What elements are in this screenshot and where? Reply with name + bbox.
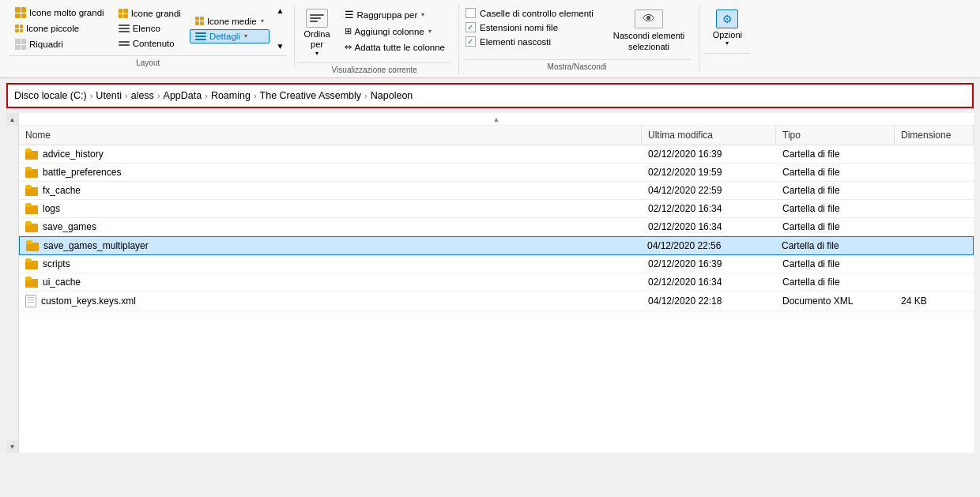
breadcrumb: Disco locale (C:) › Utenti › aless › App… [6,83,974,108]
file-table-header: Nome Ultima modifica Tipo Dimensione [19,126,974,145]
breadcrumb-item-4[interactable]: Roaming [211,90,251,101]
header-modified[interactable]: Ultima modifica [642,126,776,145]
show-hide-group-label: Mostra/Nascondi [462,59,692,71]
icone-grandi-button[interactable]: Icone grandi [113,6,187,21]
file-modified: 04/12/2020 22:59 [642,182,776,199]
layout-expand-up[interactable]: ▲ [274,5,287,17]
file-name: scripts [43,258,70,269]
breadcrumb-item-6[interactable]: Napoleon [371,90,413,101]
table-row[interactable]: battle_preferences02/12/2020 19:59Cartel… [19,164,974,182]
file-size [895,224,974,230]
estensioni-checkbox-item[interactable]: Estensioni nomi file [462,21,597,34]
folder-icon [25,167,38,178]
file-modified: 02/12/2020 16:39 [642,145,776,163]
breadcrumb-item-3[interactable]: AppData [164,90,202,101]
file-name: save_games_multiplayer [43,240,149,251]
header-dimensione[interactable]: Dimensione [895,126,974,145]
nascondi-button[interactable]: 👁 Nascondi elementiselezionati [606,6,692,56]
folder-icon [25,258,38,269]
file-size [895,205,974,212]
icone-piccole-button[interactable]: Icone piccole [9,21,110,36]
file-type: Cartella di file [776,273,895,291]
file-size: 24 KB [895,292,974,310]
elenco-button[interactable]: Elenco [113,21,187,36]
ribbon-group-layout: Icone molto grandi Icone piccole Riquadr… [6,5,295,67]
contenuto-button[interactable]: Contenuto [113,36,187,51]
raggruppa-per-label: Raggruppa per [357,10,418,20]
nascondi-icon: 👁 [635,9,663,28]
breadcrumb-sep-5: › [364,91,368,100]
file-name: logs [43,203,60,214]
caselle-checkbox[interactable] [466,8,476,18]
breadcrumb-item-2[interactable]: aless [131,90,154,101]
icone-medie-label: Icone medie [207,17,257,26]
table-row[interactable]: advice_history02/12/2020 16:39Cartella d… [19,145,974,164]
riquadri-button[interactable]: Riquadri [9,36,110,52]
file-name: battle_preferences [43,167,121,178]
ribbon-group-options: ⚙ Opzioni ▾ . [700,5,759,65]
file-name: custom_keys.keys.xml [41,296,136,307]
folder-icon [25,221,38,232]
header-nome[interactable]: Nome [19,126,642,145]
ordina-per-button[interactable]: Ordinaper ▾ [298,6,335,59]
breadcrumb-item-1[interactable]: Utenti [96,90,122,101]
dettagli-button[interactable]: Dettagli ▾ [190,29,270,43]
opzioni-label: Opzioni [713,30,742,40]
breadcrumb-sep-3: › [205,91,208,100]
folder-icon [25,149,38,160]
icone-molto-grandi-label: Icone molto grandi [29,8,104,17]
estensioni-checkbox[interactable] [466,22,476,32]
opzioni-chevron: ▾ [726,40,729,47]
ribbon-group-view: Ordinaper ▾ ☰ Raggruppa per ▾ ⊞ [295,5,458,74]
raggruppa-chevron: ▾ [421,11,424,18]
breadcrumb-sep-1: › [125,91,128,100]
scroll-down-arrow[interactable]: ▼ [6,440,18,453]
caselle-checkbox-item[interactable]: Caselle di controllo elementi [462,6,597,20]
opzioni-button[interactable]: ⚙ Opzioni ▾ [703,6,751,50]
layout-expand-down[interactable]: ▼ [274,40,287,52]
sort-arrow-top: ▲ [493,115,500,123]
elementi-nascosti-checkbox-item[interactable]: Elementi nascosti [462,35,597,48]
folder-icon [25,277,38,288]
file-type: Cartella di file [776,200,895,217]
breadcrumb-item-0[interactable]: Disco locale (C:) [14,90,87,101]
table-row[interactable]: custom_keys.keys.xml04/12/2020 22:18Docu… [19,292,974,311]
aggiungi-colonne-button[interactable]: ⊞ Aggiungi colonne ▾ [339,24,450,39]
file-type: Cartella di file [776,145,895,163]
nascondi-label: Nascondi elementiselezionati [613,30,685,53]
file-area: ▲ ▼ ▲ Nome Ultima modifica Tipo Dimensio… [6,113,974,453]
opzioni-icon: ⚙ [716,9,738,28]
options-group-spacer: . [703,53,751,65]
dettagli-label: Dettagli [209,32,240,41]
table-row[interactable]: ui_cache02/12/2020 16:34Cartella di file [19,273,974,292]
file-size [895,261,974,267]
riquadri-label: Riquadri [29,40,63,49]
ordina-per-chevron: ▾ [315,50,318,57]
table-row[interactable]: fx_cache04/12/2020 22:59Cartella di file [19,182,974,200]
aggiungi-colonne-chevron: ▾ [428,28,432,35]
file-type: Documento XML [776,292,895,310]
scroll-gutter: ▲ ▼ [6,113,19,453]
file-name: ui_cache [43,277,81,288]
breadcrumb-item-5[interactable]: The Creative Assembly [260,90,362,101]
folder-icon [26,240,39,251]
scroll-up-arrow[interactable]: ▲ [6,113,18,126]
adatta-colonne-button[interactable]: ⇔ Adatta tutte le colonne [339,40,450,55]
header-tipo[interactable]: Tipo [776,126,895,145]
file-modified: 02/12/2020 16:39 [642,255,776,273]
elementi-nascosti-label: Elementi nascosti [480,37,551,47]
file-type: Cartella di file [776,182,895,199]
ribbon-group-show-hide: Caselle di controllo elementi Estensioni… [459,5,700,71]
contenuto-label: Contenuto [133,39,175,48]
table-row[interactable]: logs02/12/2020 16:34Cartella di file [19,200,974,218]
raggruppa-per-button[interactable]: ☰ Raggruppa per ▾ [339,6,450,23]
icone-molto-grandi-button[interactable]: Icone molto grandi [9,5,110,21]
aggiungi-colonne-label: Aggiungi colonne [355,27,424,36]
file-type: Cartella di file [775,237,894,254]
table-row[interactable]: scripts02/12/2020 16:39Cartella di file [19,255,974,273]
icone-medie-button[interactable]: Icone medie ▾ [190,14,270,28]
icone-medie-chevron: ▾ [261,17,264,24]
table-row[interactable]: save_games02/12/2020 16:34Cartella di fi… [19,218,974,236]
elementi-nascosti-checkbox[interactable] [466,36,476,47]
table-row[interactable]: save_games_multiplayer04/12/2020 22:56Ca… [19,236,974,255]
